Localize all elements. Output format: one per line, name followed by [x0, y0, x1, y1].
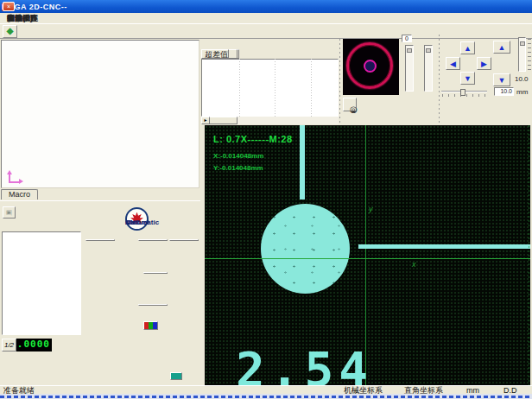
column-divider: [275, 59, 276, 117]
logo-text: CNC: [125, 218, 140, 227]
slider-thumb[interactable]: [407, 48, 412, 53]
slider-thumb[interactable]: [460, 89, 466, 96]
tolerance-icon[interactable]: ◆: [3, 25, 17, 38]
stop-button[interactable]: ▣: [3, 206, 16, 218]
slider-thumb[interactable]: [520, 41, 525, 46]
brand-logo: AutomaticManualCNC: [125, 204, 200, 233]
rotate-tool[interactable]: ↺: [138, 239, 168, 241]
z-unit-label: mm: [516, 88, 528, 96]
ring-light-preview: [343, 39, 399, 95]
z-up-button[interactable]: ▲: [493, 41, 510, 54]
stage-track-horizontal: [358, 244, 530, 249]
auto-focus-button[interactable]: ⌖: [138, 304, 168, 306]
y-position-readout: Y:-0.014048mm: [213, 164, 263, 172]
lens-readout: L: 0.7X------M:28: [213, 134, 293, 144]
menu-item[interactable]: 帮助(H): [3, 13, 38, 23]
video-viewport[interactable]: L: 0.7X------M:28 X:-0.014048mm Y:-0.014…: [205, 125, 530, 385]
measured-circle-feature: [261, 204, 350, 294]
stage-marking-digits: 2.54: [236, 345, 373, 385]
ring-light-outer-button[interactable]: ◎: [343, 98, 357, 111]
panel-divider: [339, 39, 340, 124]
scroll-right-icon[interactable]: ▸: [201, 117, 210, 124]
four-dots-tool[interactable]: ∷: [169, 239, 199, 241]
slot-tool[interactable]: ▱: [86, 239, 115, 241]
column-divider: [311, 59, 312, 117]
axis-x-label: x: [412, 260, 416, 269]
bottom-marquee-strip: [0, 394, 532, 399]
title-bar: MEGA 2D-CNC-- _ □ ×: [0, 0, 532, 13]
toolbar: ▢▤◫✚◎⊕[A]↶↷◺∿HI⊙⊘⌒◆: [0, 24, 532, 39]
z-step-label: 10.0: [515, 75, 529, 83]
a-mini-button[interactable]: a: [143, 272, 168, 274]
ring-light-inner-circle: [364, 60, 377, 73]
x-position-readout: X:-0.014048mm: [213, 152, 263, 160]
graphics-canvas[interactable]: [1, 40, 200, 188]
status-bar: 准备就绪 机械坐标系 直角坐标系 mm D.D: [0, 385, 532, 394]
half-button[interactable]: 1/2: [2, 339, 16, 352]
results-table-body[interactable]: [201, 59, 339, 117]
jog-down-button[interactable]: ▼: [460, 72, 475, 85]
light-slider-2[interactable]: [424, 45, 433, 92]
jog-up-button[interactable]: ▲: [460, 41, 475, 54]
axis-y-label: y: [369, 205, 373, 213]
jog-left-button[interactable]: ◀: [446, 57, 460, 70]
tab[interactable]: Macro: [1, 189, 38, 200]
table-header-cell[interactable]: 超差值: [201, 49, 229, 59]
video-edge-marks: [529, 125, 529, 385]
axis-origin-icon: [5, 170, 21, 186]
z-down-button[interactable]: ▼: [493, 73, 510, 86]
color-settings-button[interactable]: [143, 321, 158, 330]
stage-track-vertical: [300, 125, 305, 200]
table-h-scrollbar[interactable]: ◂ ▸: [201, 117, 339, 124]
z-step-field[interactable]: 10.0: [494, 87, 514, 96]
teal-indicator-button[interactable]: [170, 372, 182, 380]
menu-bar: 文件(F)编辑(E)测量坐标系统公差标注图形操作工件程序参数设置辅助工具帮助(H…: [0, 13, 532, 24]
z-slider-ticks: [528, 39, 531, 70]
light-slider-1[interactable]: [405, 45, 414, 92]
jog-speed-slider[interactable]: [441, 89, 487, 97]
application-window: MEGA 2D-CNC-- _ □ × 文件(F)编辑(E)测量坐标系统公差标注…: [0, 0, 532, 399]
jog-right-button[interactable]: ▶: [477, 57, 491, 70]
panel-divider: [439, 35, 440, 123]
close-button[interactable]: ×: [3, 2, 15, 11]
column-divider: [239, 59, 240, 117]
light-level-field[interactable]: 0: [402, 35, 412, 42]
z-speed-slider[interactable]: [518, 37, 526, 72]
crosshair-horizontal: [205, 258, 530, 259]
slider-thumb[interactable]: [426, 48, 431, 53]
feature-list[interactable]: [2, 231, 81, 335]
